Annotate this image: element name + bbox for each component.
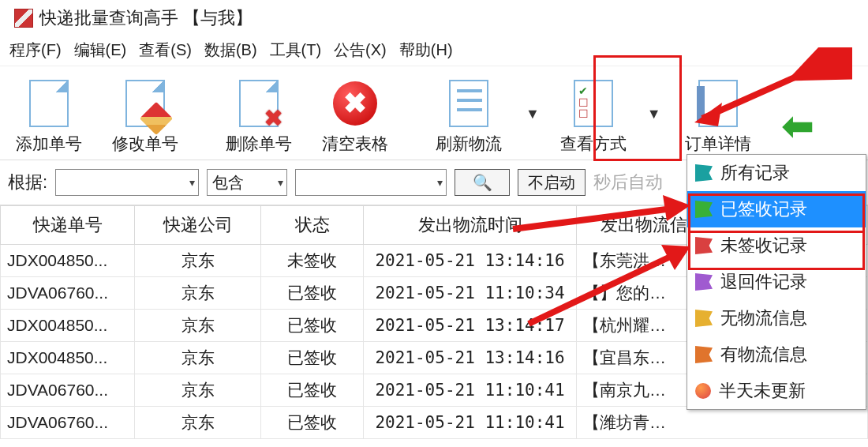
title-bar: 快递批量查询高手 【与我】	[0, 0, 868, 33]
table-row[interactable]: JDVA06760...京东已签收2021-05-21 11:10:41【潍坊青…	[1, 407, 868, 439]
menu-bar: 程序(F) 编辑(E) 查看(S) 数据(B) 工具(T) 公告(X) 帮助(H…	[0, 33, 868, 66]
order-detail-icon	[698, 80, 738, 127]
app-logo-icon	[14, 9, 33, 28]
cell-company: 京东	[135, 310, 261, 342]
cell-info: 【潍坊青…	[577, 407, 868, 439]
popup-item-label: 无物流信息	[720, 306, 807, 330]
no-start-label: 不启动	[528, 172, 575, 193]
window-title: 快递批量查询高手 【与我】	[39, 6, 253, 30]
cell-status: 已签收	[261, 407, 364, 439]
cell-company: 京东	[135, 374, 261, 407]
menu-edit[interactable]: 编辑(E)	[74, 39, 127, 61]
toolbar-viewmode-button[interactable]: 查看方式	[552, 76, 634, 156]
popup-item-returned[interactable]: 退回件记录	[687, 264, 866, 300]
popup-item-label: 已签收记录	[720, 197, 807, 221]
popup-item-signed[interactable]: 已签收记录	[687, 191, 866, 227]
toolbar-clear-button[interactable]: ✖ 清空表格	[311, 76, 399, 156]
auto-after-sec-label: 秒后自动	[593, 171, 663, 194]
cell-status: 已签收	[261, 374, 364, 407]
cell-id: JDVA06760...	[1, 374, 135, 407]
toolbar: 添加单号 修改单号 删除单号 ✖ 清空表格 刷新物流 ▼ 查看方式 ▼ 订单详情…	[0, 66, 868, 160]
file-icon	[29, 80, 69, 127]
cell-company: 京东	[135, 407, 261, 439]
popup-item-label: 半天未更新	[719, 379, 806, 403]
menu-program[interactable]: 程序(F)	[9, 39, 62, 61]
menu-notice[interactable]: 公告(X)	[334, 39, 387, 61]
filter-op-combo[interactable]: 包含 ▾	[207, 169, 287, 196]
toolbar-orderdetail-label: 订单详情	[685, 133, 751, 155]
menu-data[interactable]: 数据(B)	[204, 39, 257, 61]
toolbar-modify-label: 修改单号	[112, 133, 178, 155]
cell-company: 京东	[135, 245, 261, 277]
chevron-down-icon: ▾	[437, 176, 443, 189]
cell-id: JDX004850...	[1, 342, 135, 374]
toolbar-viewmode-label: 查看方式	[560, 133, 627, 155]
cell-time: 2021-05-21 13:14:16	[364, 342, 577, 374]
file-delete-icon	[239, 80, 279, 127]
toolbar-add-button[interactable]: 添加单号	[5, 76, 93, 156]
cell-id: JDX004850...	[1, 310, 135, 342]
cell-time: 2021-05-21 11:10:41	[364, 407, 577, 439]
toolbar-export-button[interactable]: ⬅	[770, 98, 825, 156]
menu-view[interactable]: 查看(S)	[139, 39, 192, 61]
cell-time: 2021-05-21 11:10:41	[364, 374, 577, 407]
cell-status: 已签收	[261, 310, 364, 342]
toolbar-clear-label: 清空表格	[322, 133, 388, 155]
cell-status: 未签收	[261, 245, 364, 277]
cell-id: JDVA06760...	[1, 277, 135, 310]
filter-label: 根据:	[8, 171, 47, 194]
popup-item-nologistics[interactable]: 无物流信息	[687, 300, 866, 336]
flag-icon	[695, 164, 713, 182]
col-header-time[interactable]: 发出物流时间	[364, 206, 577, 245]
cell-company: 京东	[135, 277, 261, 310]
stop-icon: ✖	[333, 81, 377, 126]
menu-tools[interactable]: 工具(T)	[270, 39, 322, 61]
col-header-status[interactable]: 状态	[261, 206, 364, 245]
menu-help[interactable]: 帮助(H)	[399, 39, 453, 61]
cell-time: 2021-05-21 13:14:16	[364, 245, 577, 277]
toolbar-orderdetail-button[interactable]: 订单详情	[674, 76, 762, 156]
popup-item-haslogistics[interactable]: 有物流信息	[687, 336, 866, 373]
cell-id: JDX004850...	[1, 245, 135, 277]
toolbar-delete-label: 删除单号	[226, 133, 292, 155]
flag-icon	[695, 346, 713, 363]
filter-value-combo[interactable]: ▾	[295, 169, 447, 196]
chevron-down-icon: ▾	[189, 176, 195, 189]
flag-icon	[695, 273, 713, 291]
ball-icon	[695, 383, 711, 399]
flag-icon	[695, 310, 713, 327]
toolbar-refresh-label: 刷新物流	[436, 133, 502, 155]
viewmode-popup: 所有记录 已签收记录 未签收记录 退回件记录 无物流信息 有物流信息 半天未更新	[687, 154, 866, 410]
popup-item-halfday[interactable]: 半天未更新	[687, 373, 866, 409]
popup-item-label: 有物流信息	[720, 343, 807, 366]
filter-field-combo[interactable]: ▾	[55, 169, 199, 196]
toolbar-viewmode-caret-icon[interactable]: ▼	[642, 106, 666, 122]
list-page-icon	[449, 80, 488, 127]
cell-status: 已签收	[261, 342, 364, 374]
popup-item-label: 所有记录	[720, 161, 790, 185]
popup-item-label: 退回件记录	[720, 270, 807, 294]
toolbar-modify-button[interactable]: 修改单号	[101, 76, 189, 156]
col-header-id[interactable]: 快递单号	[1, 206, 135, 245]
no-start-button[interactable]: 不启动	[518, 169, 586, 196]
popup-item-all[interactable]: 所有记录	[687, 155, 866, 191]
flag-icon	[695, 237, 713, 254]
cell-id: JDVA06760...	[1, 407, 135, 439]
cell-time: 2021-05-21 13:14:17	[364, 310, 577, 342]
checklist-icon	[574, 80, 613, 127]
search-button[interactable]: 🔍	[455, 169, 510, 196]
search-icon: 🔍	[473, 173, 492, 192]
flag-icon	[695, 201, 713, 218]
popup-item-unsigned[interactable]: 未签收记录	[687, 227, 866, 264]
toolbar-refresh-button[interactable]: 刷新物流	[425, 76, 513, 156]
toolbar-refresh-caret-icon[interactable]: ▼	[521, 106, 544, 122]
export-arrow-icon: ⬅	[782, 103, 814, 148]
chevron-down-icon: ▾	[278, 176, 283, 189]
toolbar-add-label: 添加单号	[16, 133, 82, 155]
col-header-company[interactable]: 快递公司	[135, 206, 261, 245]
filter-op-value: 包含	[212, 172, 244, 193]
toolbar-delete-button[interactable]: 删除单号	[215, 76, 303, 156]
cell-status: 已签收	[261, 277, 364, 310]
cell-company: 京东	[135, 342, 261, 374]
file-edit-icon	[125, 80, 165, 127]
